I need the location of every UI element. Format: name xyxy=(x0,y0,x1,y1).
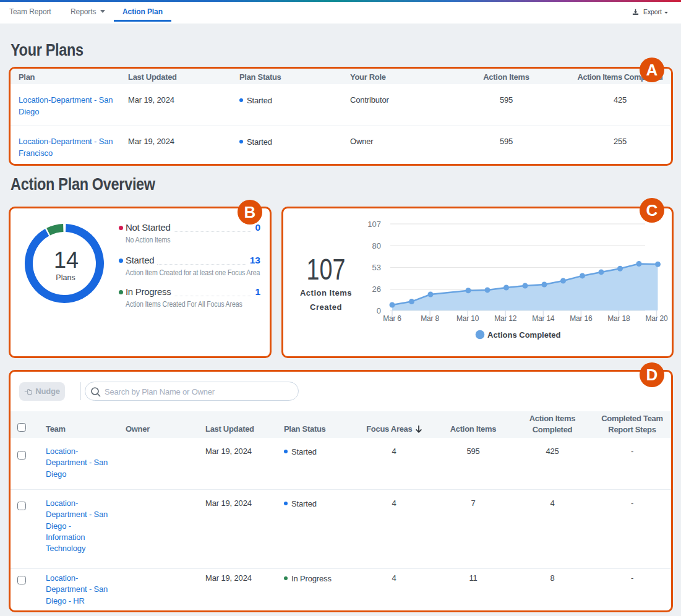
svg-text:Mar 8: Mar 8 xyxy=(421,314,439,323)
svg-text:Mar 12: Mar 12 xyxy=(494,314,517,323)
svg-text:53: 53 xyxy=(372,263,381,272)
svg-text:80: 80 xyxy=(372,241,381,250)
svg-text:26: 26 xyxy=(372,284,381,294)
svg-text:Actions Completed: Actions Completed xyxy=(487,330,561,340)
svg-text:Mar 20: Mar 20 xyxy=(645,314,668,323)
svg-text:107: 107 xyxy=(367,220,381,229)
svg-text:Mar 6: Mar 6 xyxy=(383,314,401,323)
svg-text:Mar 14: Mar 14 xyxy=(532,314,555,323)
svg-text:Mar 18: Mar 18 xyxy=(607,314,630,323)
svg-text:Mar 10: Mar 10 xyxy=(456,314,479,323)
svg-text:Mar 16: Mar 16 xyxy=(570,314,593,323)
svg-text:0: 0 xyxy=(377,306,381,315)
